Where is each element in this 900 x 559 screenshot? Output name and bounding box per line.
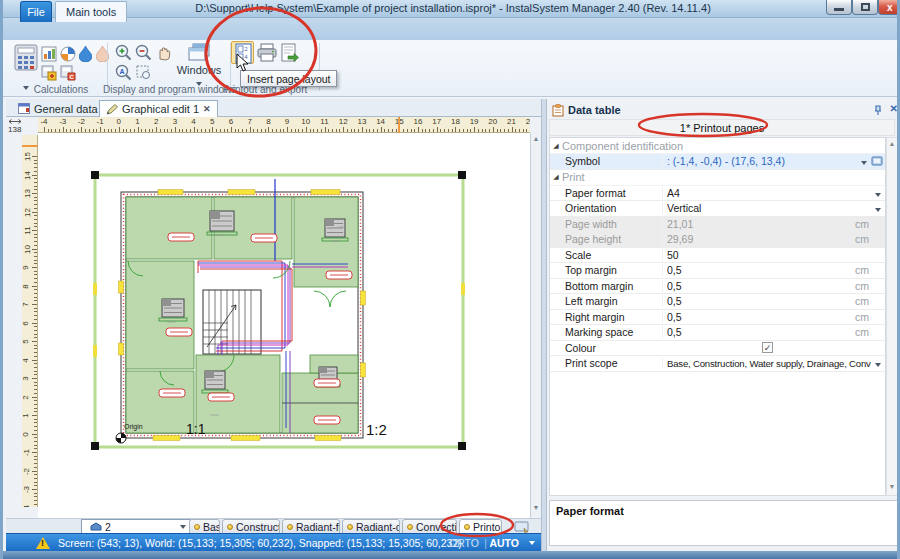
status-coordinates: Screen: (543; 13), World: (15,133; 15,30…	[58, 537, 462, 549]
property-row-marking-space[interactable]: Marking space0,5cm	[550, 325, 885, 341]
zoom-all-button[interactable]: A	[115, 64, 132, 85]
panel-header: Data table ✕	[547, 102, 900, 118]
scroll-up-icon[interactable]: ▲	[531, 135, 541, 142]
property-grid: ◢Component identification Symbol: (-1,4,…	[549, 137, 886, 496]
calc-export-button[interactable]: C	[60, 65, 76, 85]
property-row-left-margin[interactable]: Left margin0,5cm	[550, 294, 885, 310]
ruler-measure-icon	[8, 118, 22, 125]
storey-value: 2	[105, 521, 111, 533]
window-frame-bottom	[3, 551, 900, 559]
ruler-corner-value: 138	[8, 125, 21, 134]
insert-page-layout-button[interactable]: 2 4	[231, 41, 254, 64]
data-table-panel: Data table ✕ 1* Printout pages ◢Componen…	[547, 99, 900, 551]
property-row-orientation[interactable]: OrientationVertical	[550, 201, 885, 217]
group-print[interactable]: ◢Print	[550, 170, 885, 186]
tab-general-data[interactable]: General data	[12, 100, 104, 117]
group-component-identification[interactable]: ◢Component identification	[550, 138, 885, 154]
svg-text:2: 2	[245, 46, 248, 52]
property-row-print-scope[interactable]: Print scopeBase, Construction, Water sup…	[550, 356, 885, 372]
tab-file[interactable]: File	[20, 1, 52, 22]
calc-options-button[interactable]	[41, 65, 57, 85]
page-layout-icon: 2 4	[233, 43, 254, 64]
auto-toggle[interactable]: AUTO	[489, 537, 519, 549]
view-tab-base[interactable]: Base	[189, 519, 220, 534]
property-description-box: Paper format	[549, 500, 898, 546]
property-row-top-margin[interactable]: Top margin0,5cm	[550, 263, 885, 279]
maximize-button[interactable]	[852, 0, 878, 15]
scroll-down-icon[interactable]: ▼	[887, 483, 897, 490]
tab-general-data-label: General data	[34, 103, 98, 115]
selection-header: 1* Printout pages	[549, 119, 895, 136]
property-row-symbol[interactable]: Symbol: (-1,4, -0,4) - (17,6, 13,4)	[550, 154, 885, 170]
view-tab-row: 2 Base Construction Radiant-flo... Radia…	[6, 518, 541, 533]
screen-preview-icon[interactable]	[514, 521, 530, 533]
windows-menu-button[interactable]: Windows	[175, 42, 223, 88]
minimize-button[interactable]	[826, 0, 852, 15]
water-supply-button[interactable]	[79, 46, 92, 66]
app-window: D:\Support\Help System\Example of projec…	[0, 0, 900, 559]
screen-link-icon[interactable]	[871, 156, 883, 166]
drawing-canvas[interactable]: Origin 1:1 1:2	[38, 133, 530, 518]
ribbon-tab-strip	[3, 18, 900, 40]
zoom-selection-button[interactable]	[135, 64, 152, 85]
orto-toggle[interactable]: ORTO	[449, 537, 479, 549]
view-tab-printout[interactable]: Printout	[459, 519, 502, 534]
colour-checkbox[interactable]: ✓	[762, 342, 773, 353]
ruler-cursor-marker-v	[22, 145, 38, 147]
ribbon: C Calculations	[3, 40, 900, 97]
layer-bulb-icon	[347, 524, 353, 530]
export-button[interactable]	[280, 43, 299, 66]
storey-dropdown-icon	[180, 525, 186, 529]
close-button[interactable]: x	[878, 0, 900, 15]
windows-button-label: Windows	[175, 64, 223, 76]
view-tab-convection[interactable]: Convection	[402, 519, 457, 534]
view-tab-radiant-floor[interactable]: Radiant-flo...	[282, 519, 340, 534]
panel-close-icon[interactable]: ✕	[890, 103, 898, 114]
pan-button[interactable]	[155, 44, 172, 65]
pin-icon[interactable]	[873, 105, 883, 116]
export-file-icon	[280, 43, 299, 62]
layer-bulb-icon	[227, 524, 233, 530]
panel-scrollbar[interactable]: ▲ ▼	[886, 137, 898, 496]
data-table-icon	[552, 104, 564, 117]
layer-bulb-icon	[287, 524, 293, 530]
view-tab-radiant-ceiling[interactable]: Radiant-cei...	[342, 519, 400, 534]
property-row-bottom-margin[interactable]: Bottom margin0,5cm	[550, 279, 885, 295]
property-row-colour[interactable]: Colour✓	[550, 341, 885, 357]
zoom-letter-icon: A	[115, 64, 132, 81]
storey-selector[interactable]: 2	[81, 519, 191, 534]
layer-bulb-icon	[464, 524, 470, 530]
panel-title: Data table	[568, 104, 621, 116]
property-row-paper-format[interactable]: Paper formatA4	[550, 186, 885, 202]
horizontal-ruler: -4-3-2-101234567891011121314151617181920…	[38, 117, 530, 133]
svg-text:A: A	[120, 68, 125, 75]
layer-bulb-icon	[194, 524, 200, 530]
scroll-up-icon[interactable]: ▲	[887, 140, 897, 147]
canvas-vertical-scrollbar[interactable]: ▲ ▼	[530, 133, 541, 518]
title-bar: D:\Support\Help System\Example of projec…	[3, 0, 900, 18]
zoom-in-icon	[115, 44, 132, 61]
document-tab-bar: General data Graphical edit 1 ✕	[6, 99, 541, 117]
storey-icon	[90, 522, 102, 531]
group-label-display: Display and program windows	[103, 84, 231, 95]
scroll-down-icon[interactable]: ▼	[531, 504, 541, 511]
tab-main-tools[interactable]: Main tools	[55, 1, 127, 22]
zoom-out-button[interactable]	[135, 44, 152, 65]
zoom-out-icon	[135, 44, 152, 61]
svg-text:4: 4	[245, 54, 248, 60]
property-row-right-margin[interactable]: Right margin0,5cm	[550, 310, 885, 326]
pan-hand-icon	[155, 44, 172, 61]
results-button[interactable]	[41, 46, 57, 66]
tab-close-icon[interactable]: ✕	[203, 104, 211, 114]
status-dropdown-icon[interactable]	[529, 541, 535, 545]
group-label-calculations: Calculations	[11, 84, 111, 95]
ruler-origin-box: 138	[6, 117, 38, 135]
zoom-in-button[interactable]	[115, 44, 132, 65]
layer-bulb-icon	[407, 524, 413, 530]
status-bar: Screen: (543; 13), World: (15,133; 15,30…	[6, 533, 541, 551]
print-button[interactable]	[257, 43, 277, 66]
tab-graphical-edit[interactable]: Graphical edit 1 ✕	[99, 100, 218, 117]
view-tab-construction[interactable]: Construction	[222, 519, 280, 534]
heat-load-button[interactable]	[60, 46, 76, 66]
property-row-scale[interactable]: Scale50	[550, 248, 885, 264]
